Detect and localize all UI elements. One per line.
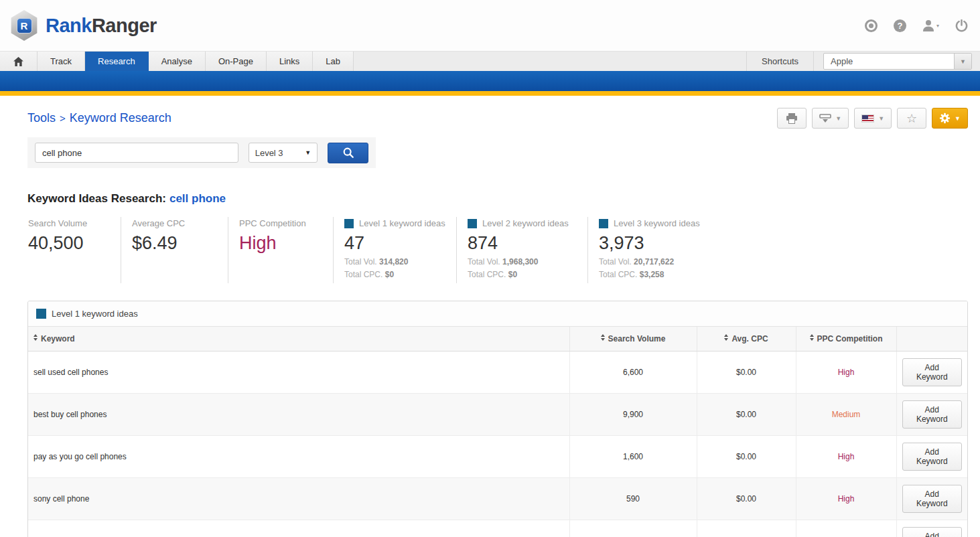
nav-tab-track[interactable]: Track [38, 52, 85, 71]
keyword-cell: cell phone history [28, 520, 569, 537]
column-header-avg-cpc[interactable]: Avg. CPC [697, 327, 796, 352]
nav-tab-on-page[interactable]: On-Page [206, 52, 267, 71]
overview-stats: Search Volume 40,500 Average CPC $6.49 P… [27, 217, 968, 283]
brand-logo[interactable]: R RankRanger [9, 10, 157, 41]
profile-select-caret-icon[interactable]: ▼ [954, 54, 971, 69]
cpc-cell: $0.00 [697, 436, 796, 478]
home-icon [13, 57, 23, 66]
stat-level-3-count: 3,973 [599, 233, 710, 254]
keyword-cell: sony cell phone [28, 478, 569, 520]
breadcrumb: Tools>Keyword Research [27, 111, 171, 125]
sort-icon [724, 334, 728, 341]
add-keyword-button[interactable]: Add Keyword [902, 400, 963, 429]
add-keyword-button[interactable]: Add Keyword [902, 443, 963, 471]
settings-caret-icon: ▼ [955, 115, 961, 122]
table-row: sony cell phone 590 $0.00 High Add Keywo… [28, 478, 967, 520]
top-header: R RankRanger ? ▾ [0, 0, 980, 51]
cpc-cell: $0.00 [697, 520, 796, 537]
keyword-table-body: sell used cell phones 6,600 $0.00 High A… [28, 352, 967, 537]
stat-level-2: Level 2 keyword ideas 874 Total Vol. 1,9… [457, 217, 588, 283]
print-button[interactable] [777, 108, 807, 129]
table-row: pay as you go cell phones 1,600 $0.00 Hi… [28, 436, 967, 478]
stat-level-2-count: 874 [468, 233, 587, 254]
help-icon[interactable]: ? [894, 19, 906, 32]
column-header-keyword[interactable]: Keyword [28, 327, 569, 352]
language-caret-icon: ▼ [878, 115, 884, 122]
brand-name: RankRanger [46, 15, 157, 37]
add-keyword-button[interactable]: Add Keyword [902, 527, 963, 537]
keyword-cell: pay as you go cell phones [28, 436, 569, 478]
user-icon[interactable]: ▾ [922, 19, 939, 32]
nav-tab-research[interactable]: Research [85, 52, 149, 71]
panel-title: Level 1 keyword ideas [28, 301, 967, 327]
gear-icon [939, 112, 951, 124]
breadcrumb-root[interactable]: Tools [27, 111, 56, 125]
brand-badge-letter: R [17, 18, 32, 33]
star-icon: ☆ [906, 112, 917, 125]
table-row: best buy cell phones 9,900 $0.00 Medium … [28, 394, 967, 436]
level-select-caret-icon: ▼ [305, 149, 311, 156]
keyword-cell: sell used cell phones [28, 352, 569, 394]
nav-home-tab[interactable] [0, 52, 38, 71]
level-select[interactable]: Level 3 ▼ [249, 143, 318, 163]
level-square-icon [36, 309, 46, 319]
stat-average-cpc-value: $6.49 [132, 233, 228, 254]
stat-ppc-competition: PPC Competition High [228, 217, 334, 283]
stat-average-cpc: Average CPC $6.49 [121, 217, 228, 283]
volume-cell: 590 [569, 478, 697, 520]
level-square-icon [468, 219, 477, 228]
power-icon[interactable] [955, 19, 968, 32]
table-header-row: Keyword Search Volume Avg. CPC PPC Compe… [28, 327, 967, 352]
stat-search-volume: Search Volume 40,500 [27, 217, 121, 283]
settings-button[interactable]: ▼ [932, 108, 968, 129]
competition-cell: Low [796, 520, 896, 537]
profile-select-value: Apple [824, 56, 853, 66]
search-button[interactable] [328, 143, 368, 163]
competition-cell: High [796, 478, 896, 520]
competition-cell: High [796, 436, 896, 478]
main-nav: Track Research Analyse On-Page Links Lab… [0, 51, 980, 71]
profile-select[interactable]: Apple ▼ [823, 53, 972, 70]
nav-tab-analyse[interactable]: Analyse [149, 52, 206, 71]
cpc-cell: $0.00 [697, 352, 796, 394]
stat-level-3: Level 3 keyword ideas 3,973 Total Vol. 2… [588, 217, 710, 283]
yellow-accent-bar [0, 91, 980, 96]
favorite-button[interactable]: ☆ [897, 108, 926, 129]
globe-icon[interactable] [865, 19, 878, 32]
add-keyword-button[interactable]: Add Keyword [902, 485, 963, 513]
print-icon [786, 113, 798, 124]
table-row: sell used cell phones 6,600 $0.00 High A… [28, 352, 967, 394]
stat-ppc-competition-value: High [239, 233, 333, 254]
nav-tab-links[interactable]: Links [267, 52, 313, 71]
sort-icon [810, 334, 814, 341]
column-header-search-volume[interactable]: Search Volume [569, 327, 697, 352]
competition-cell: High [796, 352, 896, 394]
brand-badge-icon: R [9, 10, 39, 41]
user-caret-icon: ▾ [936, 23, 939, 29]
search-icon [342, 147, 354, 159]
add-keyword-button[interactable]: Add Keyword [902, 358, 963, 386]
level-select-value: Level 3 [255, 148, 283, 158]
page-title: Keyword Ideas Research:cell phone [27, 192, 968, 206]
language-button[interactable]: ▼ [854, 108, 892, 129]
stat-level-1-count: 47 [344, 233, 456, 254]
volume-cell: 1,600 [569, 436, 697, 478]
column-header-ppc-competition[interactable]: PPC Competition [796, 327, 896, 352]
keyword-search-panel: Level 3 ▼ [27, 137, 376, 168]
breadcrumb-current: Keyword Research [70, 111, 171, 125]
keyword-cell: best buy cell phones [28, 394, 569, 436]
export-icon [819, 114, 831, 123]
competition-cell: Medium [796, 394, 896, 436]
export-button[interactable]: ▼ [812, 108, 849, 129]
sort-icon [33, 334, 38, 341]
volume-cell: 9,900 [569, 394, 697, 436]
keyword-table: Keyword Search Volume Avg. CPC PPC Compe… [28, 327, 967, 537]
volume-cell: 2,900 [569, 520, 697, 537]
stat-level-1: Level 1 keyword ideas 47 Total Vol. 314,… [334, 217, 457, 283]
column-header-actions [896, 327, 967, 352]
keyword-search-input[interactable] [35, 143, 238, 163]
table-row: cell phone history 2,900 $0.00 Low Add K… [28, 520, 967, 537]
shortcuts-link[interactable]: Shortcuts [746, 52, 814, 71]
level-square-icon [344, 219, 354, 228]
nav-tab-lab[interactable]: Lab [313, 52, 354, 71]
